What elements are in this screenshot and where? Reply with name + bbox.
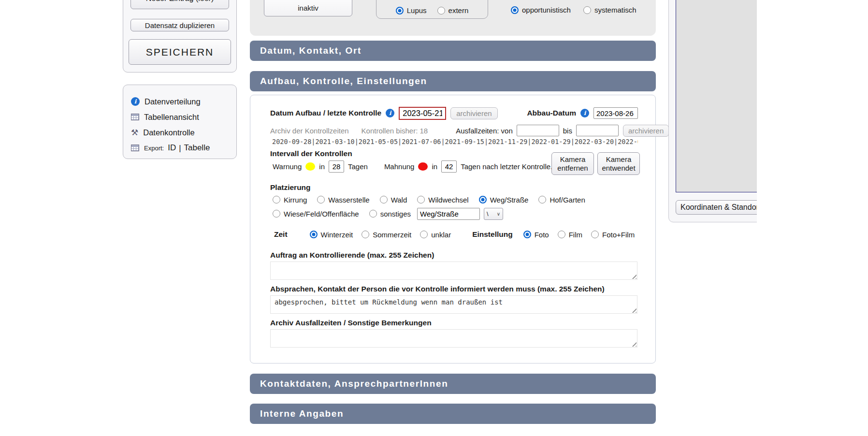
archivieren-ausfall-button[interactable]: archivieren xyxy=(623,125,669,137)
radio-wasserstelle[interactable]: Wasserstelle xyxy=(317,196,369,204)
section-header-kontaktdaten[interactable]: Kontaktdaten, AnsprechpartnerInnen xyxy=(250,374,656,394)
export-prefix: Export: xyxy=(144,145,164,152)
platzierung-label-row: Platzierung xyxy=(270,183,638,192)
page: Neuer Eintrag (leer) Datensatz duplizier… xyxy=(0,0,868,436)
absprachen-textarea[interactable]: abgesprochen, bittet um Rückmeldung wenn… xyxy=(270,295,637,314)
menu-item-datenverteilung[interactable]: i Datenverteilung xyxy=(131,94,236,109)
radio-hof-garten[interactable]: Hof/Garten xyxy=(538,196,585,204)
absprachen-label-row: Absprachen, Kontakt der Person die vor K… xyxy=(270,285,638,293)
inaktiv-button[interactable]: inaktiv xyxy=(264,0,352,16)
radio-icon xyxy=(558,231,565,238)
radio-icon xyxy=(396,7,404,15)
radio-icon xyxy=(417,196,425,203)
aufbau-date-input[interactable] xyxy=(399,107,446,120)
radio-systematisch[interactable]: systematisch xyxy=(583,6,637,14)
radio-label: Lupus xyxy=(407,6,427,15)
tools-menu-panel: i Datenverteilung Tabellenansicht ⚒ Date… xyxy=(123,85,237,159)
radio-label: Foto+Film xyxy=(602,231,635,239)
radio-icon xyxy=(369,210,377,218)
radio-label: Wildwechsel xyxy=(428,196,468,204)
radio-foto-film[interactable]: Foto+Film xyxy=(591,231,635,239)
radio-opportunistisch[interactable]: opportunistisch xyxy=(511,6,571,14)
map-panel: Koordinaten & Standort xyxy=(668,0,757,222)
archiv-kontrollzeiten-link[interactable]: Archiv der Kontrollzeiten xyxy=(270,127,349,135)
radio-film[interactable]: Film xyxy=(558,231,582,239)
sonstiges-input[interactable] xyxy=(417,208,480,220)
radio-wiese-feld[interactable]: Wiese/Feld/Offenfläche xyxy=(273,210,359,218)
ausfallzeiten-label: Ausfallzeiten: von xyxy=(456,127,513,135)
archiv-bemerkungen-field xyxy=(270,329,637,348)
radio-wald[interactable]: Wald xyxy=(380,196,407,204)
mahnung-days-input[interactable] xyxy=(441,160,457,173)
mode-radio-group: opportunistisch systematisch xyxy=(511,6,637,14)
radio-label: Wasserstelle xyxy=(328,196,369,204)
radio-icon xyxy=(583,6,591,14)
menu-label: Datenverteilung xyxy=(145,97,201,106)
menu-item-export[interactable]: Export: ID | Tabelle xyxy=(131,140,236,156)
radio-lupus[interactable]: Lupus xyxy=(396,6,427,15)
radio-icon xyxy=(273,196,280,203)
auftrag-textarea[interactable] xyxy=(270,262,637,280)
radio-icon xyxy=(380,196,388,203)
tagen-label: Tagen xyxy=(348,162,368,171)
info-icon[interactable]: i xyxy=(580,109,589,117)
radio-icon xyxy=(591,231,599,238)
radio-icon xyxy=(437,7,445,15)
absprachen-label: Absprachen, Kontakt der Person die vor K… xyxy=(270,285,605,293)
radio-label: Hof/Garten xyxy=(550,196,585,204)
warnung-days-input[interactable] xyxy=(329,160,344,173)
duplicate-record-button[interactable]: Datensatz duplizieren xyxy=(130,19,229,31)
warning-yellow-dot xyxy=(305,162,315,171)
radio-winterzeit[interactable]: Winterzeit xyxy=(310,231,353,239)
radio-label: Weg/Straße xyxy=(490,196,529,204)
radio-foto[interactable]: Foto xyxy=(523,231,549,239)
koordinaten-standort-button[interactable]: Koordinaten & Standort xyxy=(676,200,757,215)
table-icon xyxy=(131,114,139,120)
radio-label: systematisch xyxy=(594,6,637,14)
ausfall-bis-input[interactable] xyxy=(576,125,619,136)
radio-label: unklar xyxy=(431,231,451,239)
mahnung-label: Mahnung xyxy=(384,162,415,171)
export-id-link[interactable]: ID xyxy=(168,143,176,153)
radio-wildwechsel[interactable]: Wildwechsel xyxy=(417,196,468,204)
radio-sommerzeit[interactable]: Sommerzeit xyxy=(362,231,411,239)
archivieren-button[interactable]: archivieren xyxy=(450,107,497,119)
radio-kirrung[interactable]: Kirrung xyxy=(273,196,307,204)
section-header-interne-angaben[interactable]: Interne Angaben xyxy=(250,404,656,424)
kontrollzeiten-row: Archiv der Kontrollzeiten Kontrollen bis… xyxy=(270,124,638,137)
kamera-entfernen-button[interactable]: Kamera entfernen xyxy=(551,152,594,175)
tools-icon: ⚒ xyxy=(131,129,138,137)
aufbau-form-card: Datum Aufbau / letzte Kontrolle i archiv… xyxy=(250,95,656,363)
export-table-link[interactable]: Tabelle xyxy=(184,143,210,153)
radio-sonstiges[interactable]: sonstiges xyxy=(369,210,411,218)
status-strip: inaktiv Lupus extern opportunistisch s xyxy=(250,0,656,36)
ausfall-von-input[interactable] xyxy=(517,125,559,136)
save-button[interactable]: SPEICHERN xyxy=(129,39,231,65)
info-icon[interactable]: i xyxy=(386,109,394,117)
radio-unklar[interactable]: unklar xyxy=(420,231,451,239)
radio-label: Wiese/Feld/Offenfläche xyxy=(284,210,359,218)
section-header-datum[interactable]: Datum, Kontakt, Ort xyxy=(250,41,656,61)
section-header-aufbau[interactable]: Aufbau, Kontrolle, Einstellungen xyxy=(250,71,656,91)
radio-icon xyxy=(273,210,280,218)
radio-extern[interactable]: extern xyxy=(437,6,469,15)
kontrollzeiten-archive-dates: 2020-09-28|2021-03-10|2021-05-05|2021-07… xyxy=(272,138,638,145)
radio-label: Winterzeit xyxy=(321,231,353,239)
radio-weg-strasse[interactable]: Weg/Straße xyxy=(479,196,529,204)
warnung-label: Warnung xyxy=(273,162,302,171)
map-placeholder xyxy=(676,0,757,192)
abbau-date-input[interactable] xyxy=(593,107,638,119)
menu-item-tabellenansicht[interactable]: Tabellenansicht xyxy=(131,109,236,125)
export-separator: | xyxy=(179,144,181,153)
zeit-einstellung-row: Zeit Winterzeit Sommerzeit unklar Einste… xyxy=(274,229,638,240)
menu-item-datenkontrolle[interactable]: ⚒ Datenkontrolle xyxy=(131,125,236,140)
kamera-buttons: Kamera entfernen Kamera entwendet xyxy=(551,152,640,175)
archiv-bemerkungen-textarea[interactable] xyxy=(270,329,637,348)
radio-label: Film xyxy=(569,231,582,239)
platzierung-dropdown[interactable]: \ ∨ xyxy=(484,208,503,220)
new-entry-button[interactable]: Neuer Eintrag (leer) xyxy=(130,0,229,9)
kamera-entwendet-button[interactable]: Kamera entwendet xyxy=(597,152,640,175)
project-radio-group: Lupus extern xyxy=(376,0,488,19)
info-icon: i xyxy=(131,97,140,106)
aufbau-date-row: Datum Aufbau / letzte Kontrolle i archiv… xyxy=(270,106,638,120)
